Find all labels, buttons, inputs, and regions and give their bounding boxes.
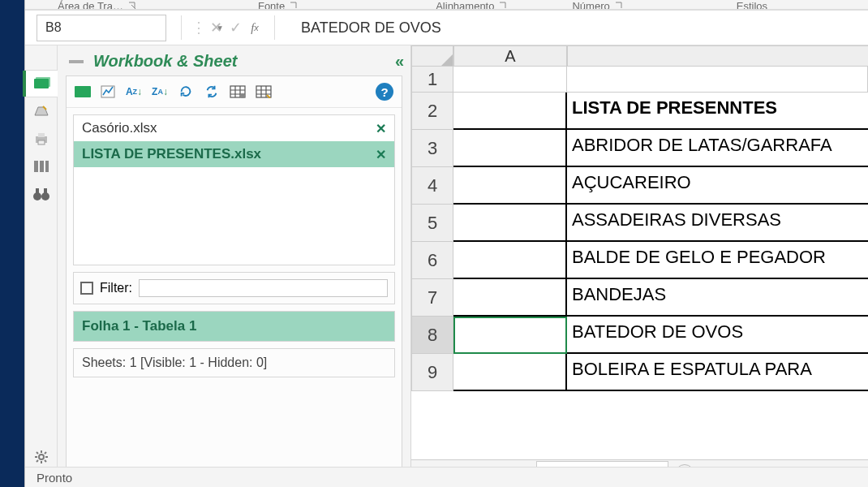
- macro-icon[interactable]: [30, 97, 53, 125]
- row-header[interactable]: 8: [411, 317, 453, 354]
- name-box-input[interactable]: [37, 20, 216, 35]
- cell[interactable]: LISTA DE PRESENNTES: [567, 93, 868, 130]
- cell[interactable]: [453, 130, 567, 167]
- status-text: Pronto: [37, 471, 72, 485]
- svg-point-6: [33, 192, 41, 200]
- cell[interactable]: [453, 67, 567, 93]
- dialog-launcher-icon[interactable]: [499, 0, 507, 10]
- workbook-file-name: LISTA DE PRESENTES.xlsx: [82, 146, 261, 162]
- workbook-file-name: Casório.xlsx: [82, 120, 157, 136]
- table-row[interactable]: 4AÇUCAREIRO: [411, 167, 868, 205]
- table-row[interactable]: 9BOLEIRA E ESPATULA PARA: [411, 354, 868, 391]
- filter-checkbox[interactable]: [80, 282, 93, 295]
- close-icon[interactable]: ✕: [376, 121, 386, 136]
- row-header[interactable]: 6: [411, 242, 453, 279]
- ribbon-group-clipboard: Área de Tra…: [58, 0, 123, 10]
- formula-input[interactable]: BATEDOR DE OVOS: [285, 19, 868, 37]
- column-header[interactable]: [567, 45, 868, 67]
- ribbon-group-number: Número: [572, 0, 609, 10]
- row-header[interactable]: 1: [411, 67, 453, 93]
- ribbon-group-alignment: Alinhamento: [436, 0, 494, 10]
- workbook-sheet-panel: Workbook & Sheet « AZ↓ ZA↓ ? Cas: [58, 45, 411, 487]
- formula-bar: ▼ ⋮ ✕ ✓ fx BATEDOR DE OVOS: [25, 10, 868, 45]
- cell[interactable]: ABRIDOR DE LATAS/GARRAFA: [567, 130, 868, 167]
- cell[interactable]: BALDE DE GELO E PEGADOR: [567, 242, 868, 279]
- cell[interactable]: [453, 242, 567, 279]
- column-header[interactable]: A: [453, 45, 567, 67]
- svg-rect-1: [38, 133, 45, 137]
- table-row[interactable]: 3ABRIDOR DE LATAS/GARRAFA: [411, 130, 868, 167]
- cell[interactable]: [453, 167, 567, 205]
- collapse-icon[interactable]: «: [395, 52, 401, 71]
- cell[interactable]: BANDEJAS: [567, 279, 868, 317]
- fx-icon[interactable]: fx: [245, 21, 264, 35]
- workbook-file-list: Casório.xlsx ✕ LISTA DE PRESENTES.xlsx ✕: [73, 114, 395, 265]
- row-header[interactable]: 7: [411, 279, 453, 317]
- workbook-tile-icon[interactable]: [75, 86, 91, 97]
- cell[interactable]: [453, 279, 567, 317]
- binoculars-icon[interactable]: [30, 180, 53, 208]
- svg-rect-3: [34, 161, 38, 172]
- cell[interactable]: AÇUCAREIRO: [567, 167, 868, 205]
- cell[interactable]: BOLEIRA E ESPATULA PARA: [567, 354, 868, 391]
- chart-icon[interactable]: [99, 83, 117, 101]
- svg-rect-9: [44, 188, 47, 193]
- cell[interactable]: [567, 67, 868, 93]
- dialog-launcher-icon[interactable]: [615, 0, 623, 10]
- print-icon[interactable]: [30, 125, 53, 153]
- table-row[interactable]: 8BATEDOR DE OVOS: [411, 317, 868, 354]
- svg-rect-2: [38, 140, 45, 144]
- row-header[interactable]: 9: [411, 354, 453, 391]
- workbook-file[interactable]: LISTA DE PRESENTES.xlsx ✕: [74, 141, 394, 167]
- close-icon[interactable]: ✕: [376, 147, 386, 162]
- cell[interactable]: [453, 354, 567, 391]
- sort-desc-icon[interactable]: ZA↓: [151, 83, 169, 101]
- side-toolbar: [25, 45, 58, 487]
- table-row[interactable]: 7BANDEJAS: [411, 279, 868, 317]
- table-row[interactable]: 6BALDE DE GELO E PEGADOR: [411, 242, 868, 279]
- status-bar: Pronto: [25, 467, 868, 487]
- ribbon-group-font: Fonte: [258, 0, 285, 10]
- ribbon-groups: Área de Tra… Fonte Alinhamento Número Es…: [25, 0, 868, 10]
- row-header[interactable]: 5: [411, 205, 453, 242]
- filter-input[interactable]: [139, 279, 388, 297]
- cell[interactable]: BATEDOR DE OVOS: [567, 317, 868, 354]
- grid-settings-icon[interactable]: [229, 83, 247, 101]
- panel-title: Workbook & Sheet: [93, 52, 395, 71]
- help-icon[interactable]: ?: [376, 83, 393, 101]
- sheet-list: Folha 1 - Tabela 1: [73, 311, 395, 342]
- grid-link-icon[interactable]: [255, 83, 273, 101]
- svg-point-7: [41, 192, 49, 200]
- row-header[interactable]: 3: [411, 130, 453, 167]
- cell[interactable]: [453, 93, 567, 130]
- sheet-item[interactable]: Folha 1 - Tabela 1: [74, 312, 394, 341]
- enter-icon[interactable]: ✓: [226, 19, 245, 37]
- filter-label: Filter:: [100, 281, 132, 295]
- row-header[interactable]: 2: [411, 93, 453, 130]
- sync-icon[interactable]: [203, 83, 221, 101]
- cell[interactable]: ASSADEIRAS DIVERSAS: [567, 205, 868, 242]
- ribbon-group-styles: Estilos: [737, 0, 767, 10]
- dialog-launcher-icon[interactable]: [128, 0, 136, 10]
- svg-rect-8: [36, 188, 39, 193]
- cell[interactable]: [453, 205, 567, 242]
- cell[interactable]: [453, 317, 567, 354]
- table-row[interactable]: 1: [411, 67, 868, 93]
- filter-row: Filter:: [73, 272, 395, 304]
- name-box[interactable]: ▼: [37, 15, 166, 41]
- row-header[interactable]: 4: [411, 167, 453, 205]
- svg-rect-5: [45, 161, 49, 172]
- sort-asc-icon[interactable]: AZ↓: [125, 83, 143, 101]
- table-row[interactable]: 2LISTA DE PRESENNTES: [411, 93, 868, 130]
- table-row[interactable]: 5ASSADEIRAS DIVERSAS: [411, 205, 868, 242]
- select-all-corner[interactable]: [411, 45, 453, 67]
- columns-icon[interactable]: [30, 153, 53, 180]
- spreadsheet-grid[interactable]: A 12LISTA DE PRESENNTES3ABRIDOR DE LATAS…: [411, 45, 868, 487]
- cancel-icon[interactable]: ✕: [206, 19, 226, 37]
- sheet-stats: Sheets: 1 [Visible: 1 - Hidden: 0]: [73, 348, 395, 377]
- dialog-launcher-icon[interactable]: [290, 0, 298, 10]
- workbook-icon[interactable]: [25, 70, 58, 97]
- panel-toolbar: AZ↓ ZA↓ ?: [67, 76, 402, 108]
- refresh-icon[interactable]: [177, 83, 195, 101]
- workbook-file[interactable]: Casório.xlsx ✕: [74, 115, 394, 141]
